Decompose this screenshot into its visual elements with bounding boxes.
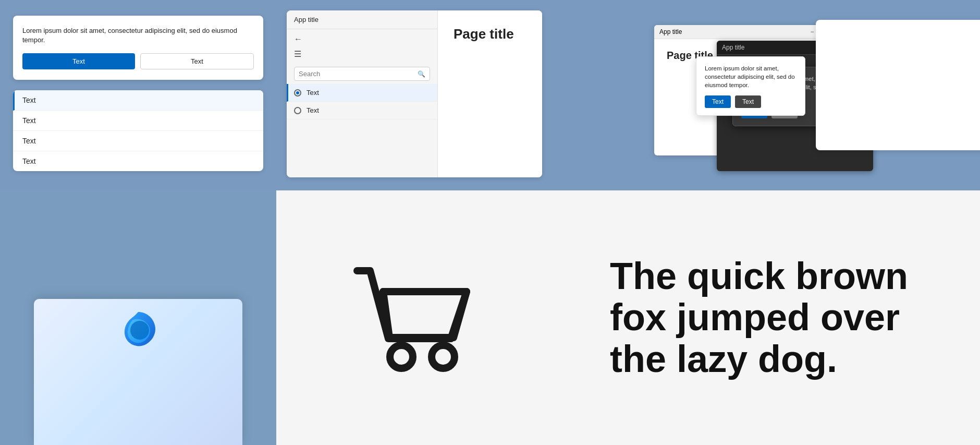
sidebar-list: Text Text bbox=[287, 84, 437, 177]
app-content: Page title bbox=[438, 10, 542, 177]
list-card: Text Text Text Text bbox=[13, 90, 263, 171]
svg-point-1 bbox=[432, 345, 455, 368]
nav-icons: ← ☰ bbox=[287, 29, 437, 64]
cart-icon bbox=[341, 245, 487, 391]
cart-icon-container bbox=[341, 245, 487, 391]
white-card bbox=[816, 20, 980, 150]
cell-top-mid: App title ← ☰ 🔍 Text Text bbox=[276, 0, 553, 190]
minimize-button[interactable]: − bbox=[808, 28, 816, 35]
sample-text: The quick brown fox jumped over the lazy… bbox=[610, 256, 923, 380]
back-icon[interactable]: ← bbox=[294, 33, 305, 45]
dialog-primary-button[interactable]: Text bbox=[22, 53, 135, 69]
edge-logo-container bbox=[117, 309, 159, 353]
cell-bottom-left bbox=[0, 190, 276, 445]
list-item-3[interactable]: Text bbox=[13, 131, 263, 151]
list-item-4[interactable]: Text bbox=[13, 151, 263, 171]
search-box[interactable]: 🔍 bbox=[294, 67, 430, 81]
dialog-card: Lorem ipsum dolor sit amet, consectetur … bbox=[13, 16, 263, 80]
cell-bottom-right: The quick brown fox jumped over the lazy… bbox=[553, 190, 980, 445]
svg-point-0 bbox=[390, 345, 413, 368]
app-shell: App title ← ☰ 🔍 Text Text bbox=[287, 10, 542, 177]
light-dialog-btn1[interactable]: Text bbox=[705, 95, 731, 108]
light-dialog-text: Lorem ipsum dolor sit amet, consectetur … bbox=[705, 64, 797, 89]
light-dialog-buttons: Text Text bbox=[705, 95, 797, 108]
radio-empty bbox=[294, 107, 301, 114]
cell-top-left: Lorem ipsum dolor sit amet, consectetur … bbox=[0, 0, 276, 190]
edge-icon bbox=[117, 309, 159, 351]
dialog-button-row: Text Text bbox=[22, 53, 254, 69]
cell-top-right: App title − □ × Page title Lorem ipsum d… bbox=[553, 0, 980, 190]
sidebar: App title ← ☰ 🔍 Text Text bbox=[287, 10, 438, 177]
menu-icon[interactable]: ☰ bbox=[294, 48, 305, 59]
search-icon: 🔍 bbox=[418, 70, 425, 78]
sidebar-item-text-2[interactable]: Text bbox=[287, 102, 437, 119]
app-title: App title bbox=[287, 10, 437, 29]
light-dialog: Lorem ipsum dolor sit amet, consectetur … bbox=[696, 56, 805, 116]
light-dialog-btn2[interactable]: Text bbox=[735, 95, 761, 108]
dark-app-title: App title bbox=[722, 44, 744, 51]
dialog-secondary-button[interactable]: Text bbox=[140, 53, 254, 69]
dialog-body-text: Lorem ipsum dolor sit amet, consectetur … bbox=[22, 26, 254, 45]
light-titlebar: App title − □ × bbox=[654, 25, 842, 39]
cell-bottom-mid bbox=[276, 190, 553, 445]
list-item-2[interactable]: Text bbox=[13, 111, 263, 131]
list-item-1[interactable]: Text bbox=[13, 90, 263, 111]
light-app-title: App title bbox=[659, 28, 682, 35]
search-input[interactable] bbox=[299, 70, 418, 78]
page-title: Page title bbox=[454, 26, 514, 42]
sidebar-item-text-1[interactable]: Text bbox=[287, 84, 437, 102]
radio-filled bbox=[294, 89, 301, 97]
split-window-wrapper: App title − □ × Page title Lorem ipsum d… bbox=[654, 25, 878, 166]
browser-window bbox=[34, 299, 242, 445]
